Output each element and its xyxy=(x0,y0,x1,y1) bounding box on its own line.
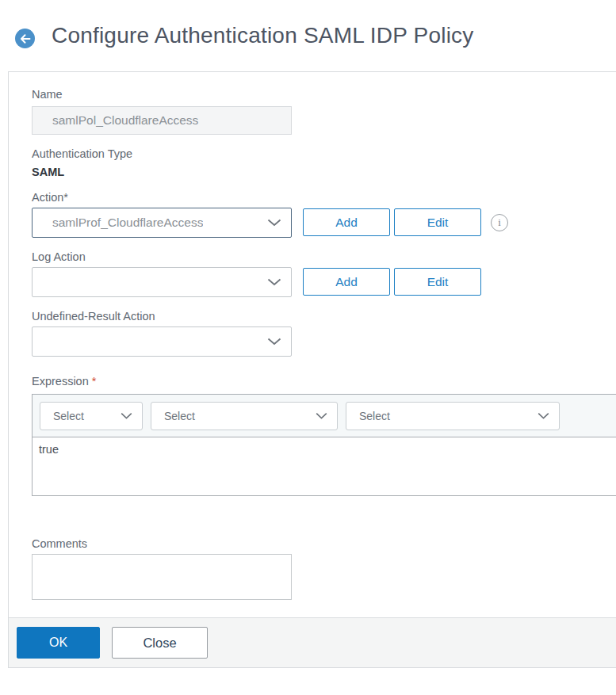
expression-field-group: Expression * Select Select xyxy=(32,375,616,496)
comments-label: Comments xyxy=(32,537,616,551)
chevron-down-icon xyxy=(267,338,281,346)
comments-input[interactable] xyxy=(32,554,292,600)
expression-select-1[interactable]: Select xyxy=(40,402,143,430)
expression-select-2-value: Select xyxy=(151,410,195,422)
close-button[interactable]: Close xyxy=(112,627,208,659)
chevron-down-icon xyxy=(121,413,132,420)
authentication-type-group: Authentication Type SAML xyxy=(32,147,616,178)
chevron-down-icon xyxy=(538,413,549,420)
info-icon[interactable]: i xyxy=(491,214,508,231)
action-edit-button[interactable]: Edit xyxy=(394,208,481,236)
back-button[interactable] xyxy=(15,29,35,48)
action-add-button[interactable]: Add xyxy=(303,208,390,236)
expression-toolbar: Select Select Select xyxy=(33,395,616,437)
log-action-dropdown[interactable] xyxy=(32,267,292,297)
name-field-group: Name xyxy=(32,88,616,135)
page-header: Configure Authentication SAML IDP Policy xyxy=(0,0,616,71)
action-dropdown-value: samlProf_CloudflareAccess xyxy=(33,216,203,230)
chevron-down-icon xyxy=(267,278,281,286)
action-field-group: Action* samlProf_CloudflareAccess Add Ed… xyxy=(32,191,616,238)
page-title: Configure Authentication SAML IDP Policy xyxy=(52,23,474,48)
authentication-type-value: SAML xyxy=(32,166,616,178)
expression-select-3[interactable]: Select xyxy=(346,402,560,430)
expression-editor: Select Select Select xyxy=(32,394,616,496)
expression-select-3-value: Select xyxy=(346,410,390,422)
chevron-down-icon xyxy=(316,413,327,420)
arrow-left-icon xyxy=(20,34,31,44)
expression-label: Expression * xyxy=(32,375,616,388)
name-input xyxy=(32,106,292,135)
required-asterisk: * xyxy=(92,375,97,388)
log-action-edit-button[interactable]: Edit xyxy=(394,268,481,296)
authentication-type-label: Authentication Type xyxy=(32,147,616,161)
undefined-result-action-dropdown[interactable] xyxy=(32,326,292,357)
log-action-add-button[interactable]: Add xyxy=(303,268,390,296)
name-label: Name xyxy=(32,88,616,101)
chevron-down-icon xyxy=(267,219,281,227)
expression-select-1-value: Select xyxy=(40,410,84,422)
log-action-label: Log Action xyxy=(32,250,616,264)
action-dropdown[interactable]: samlProf_CloudflareAccess xyxy=(32,208,292,238)
undefined-result-action-label: Undefined-Result Action xyxy=(32,310,616,323)
footer-bar: OK Close xyxy=(9,617,616,667)
undefined-result-action-group: Undefined-Result Action xyxy=(32,310,616,357)
expression-label-text: Expression xyxy=(32,375,89,388)
expression-select-2[interactable]: Select xyxy=(151,402,338,430)
log-action-field-group: Log Action Add Edit xyxy=(32,250,616,297)
action-label: Action* xyxy=(32,191,616,204)
ok-button[interactable]: OK xyxy=(17,627,100,659)
form-panel: Name Authentication Type SAML Action* sa… xyxy=(8,71,616,668)
expression-input[interactable]: true xyxy=(33,437,616,495)
comments-field-group: Comments xyxy=(32,537,616,600)
